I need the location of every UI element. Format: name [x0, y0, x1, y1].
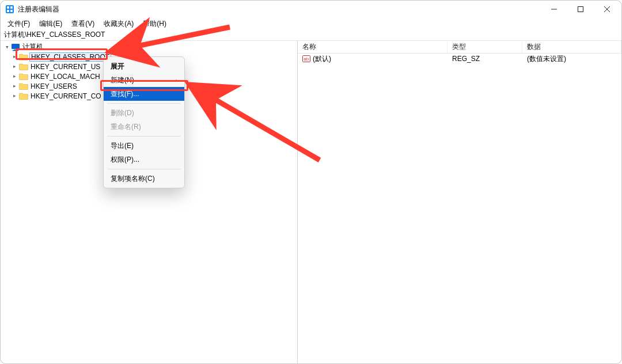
chevron-right-icon[interactable]: ▸	[13, 93, 16, 98]
reg-string-icon: ab	[302, 55, 310, 63]
ctx-separator	[107, 169, 181, 169]
folder-icon	[19, 73, 28, 80]
chevron-right-icon[interactable]: ▸	[13, 54, 16, 59]
svg-rect-4	[10, 10, 13, 12]
tree-item-label: HKEY_LOCAL_MACH	[29, 73, 101, 81]
list-row[interactable]: ab (默认) REG_SZ (数值未设置)	[298, 54, 621, 64]
ctx-permissions[interactable]: 权限(P)...	[104, 153, 184, 166]
svg-rect-5	[578, 7, 583, 12]
list-pane: 名称 类型 数据 ab (默认) REG_SZ (数值未设置)	[298, 41, 621, 363]
computer-icon	[11, 43, 20, 51]
svg-rect-7	[12, 44, 19, 48]
submenu-chevron-icon: ›	[176, 77, 177, 84]
ctx-delete: 删除(D)	[104, 106, 184, 120]
titlebar: 注册表编辑器	[1, 1, 621, 18]
ctx-separator	[107, 136, 181, 136]
menu-favorites[interactable]: 收藏夹(A)	[99, 18, 138, 30]
ctx-export[interactable]: 导出(E)	[104, 139, 184, 153]
col-header-name[interactable]: 名称	[298, 41, 447, 53]
body-split: ▸ 计算机 ▸ HKEY_CLASSES_ROOT	[1, 41, 621, 363]
chevron-down-icon[interactable]: ▸	[4, 46, 10, 48]
minimize-icon	[551, 6, 557, 12]
cell-name: (默认)	[313, 54, 331, 64]
registry-editor-window: 注册表编辑器 文件(F) 编辑(E) 查看(V) 收藏夹(A) 帮助(H) 计算…	[0, 0, 622, 364]
window-title: 注册表编辑器	[18, 5, 59, 14]
folder-icon	[19, 82, 28, 90]
svg-rect-1	[7, 6, 9, 9]
tree-root-row[interactable]: ▸ 计算机	[3, 42, 296, 52]
chevron-right-icon[interactable]: ▸	[13, 73, 16, 79]
tree-root-label: 计算机	[21, 42, 44, 52]
app-icon	[5, 5, 14, 14]
tree-item-label: HKEY_CLASSES_ROOT	[29, 52, 111, 62]
folder-icon	[19, 63, 28, 70]
tree-item-label: HKEY_CURRENT_US	[29, 63, 101, 71]
address-text: 计算机\HKEY_CLASSES_ROOT	[4, 30, 105, 40]
maximize-button[interactable]	[567, 1, 594, 18]
close-button[interactable]	[594, 1, 620, 18]
chevron-right-icon[interactable]: ▸	[13, 83, 16, 89]
menu-edit[interactable]: 编辑(E)	[35, 18, 67, 30]
maximize-icon	[578, 6, 583, 12]
svg-rect-3	[7, 10, 9, 12]
svg-rect-9	[13, 50, 18, 51]
col-header-data[interactable]: 数据	[522, 41, 621, 53]
menu-help[interactable]: 帮助(H)	[138, 18, 171, 30]
list-body[interactable]: ab (默认) REG_SZ (数值未设置)	[298, 54, 621, 363]
cell-data: (数值未设置)	[527, 54, 566, 64]
close-icon	[604, 6, 610, 12]
ctx-copy-key-name[interactable]: 复制项名称(C)	[104, 172, 184, 185]
cell-type: REG_SZ	[452, 55, 480, 63]
menubar: 文件(F) 编辑(E) 查看(V) 收藏夹(A) 帮助(H)	[1, 18, 621, 29]
list-header: 名称 类型 数据	[298, 41, 621, 54]
svg-rect-2	[10, 6, 13, 9]
ctx-new[interactable]: 新建(N) ›	[104, 73, 184, 87]
menu-file[interactable]: 文件(F)	[3, 18, 35, 30]
folder-icon	[19, 53, 28, 60]
minimize-button[interactable]	[541, 1, 567, 18]
menu-view[interactable]: 查看(V)	[67, 18, 99, 30]
ctx-rename: 重命名(R)	[104, 120, 184, 134]
tree-item-label: HKEY_USERS	[29, 82, 78, 90]
svg-rect-8	[14, 50, 17, 50]
address-bar[interactable]: 计算机\HKEY_CLASSES_ROOT	[1, 29, 621, 41]
context-menu: 展开 新建(N) › 查找(F)... 删除(D) 重命名(R) 导出(E) 权…	[103, 56, 185, 188]
ctx-find[interactable]: 查找(F)...	[104, 87, 184, 101]
chevron-right-icon[interactable]: ▸	[13, 63, 16, 69]
col-header-type[interactable]: 类型	[447, 41, 522, 53]
folder-icon	[19, 92, 28, 100]
ctx-separator	[107, 103, 181, 104]
tree-item-label: HKEY_CURRENT_CO	[29, 92, 103, 100]
ctx-expand[interactable]: 展开	[104, 59, 184, 73]
svg-text:ab: ab	[304, 56, 309, 62]
